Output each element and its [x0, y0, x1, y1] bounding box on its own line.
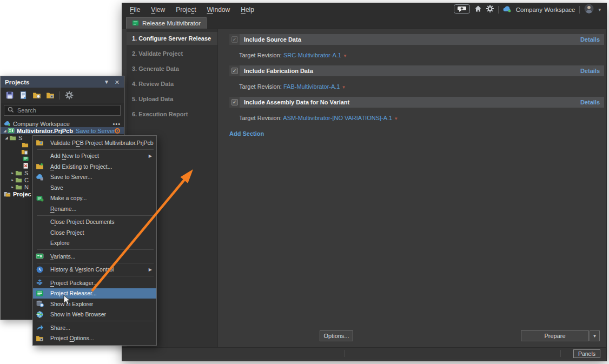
tree-item-label: S	[24, 170, 28, 176]
releaser-tab-icon	[132, 19, 139, 28]
menu-separator	[37, 249, 154, 250]
releaser-step-4[interactable]: 4. Review Data	[127, 77, 217, 90]
search-input[interactable]	[17, 107, 104, 114]
workspace-cloud-icon	[503, 5, 512, 15]
add-section-link[interactable]: Add Section	[229, 130, 264, 137]
section-header-bar: ✓ Include Assembly Data for No Variant D…	[229, 97, 604, 108]
divider	[579, 6, 580, 14]
options-button[interactable]: Options...	[320, 330, 353, 341]
avatar-caret-icon[interactable]: ▾	[598, 7, 601, 12]
target-revision-label: Target Revision:	[239, 52, 282, 58]
tree-row[interactable]: ◢ Multivibrator.PrjPcbSave to Server	[1, 127, 124, 134]
folder-preview-icon[interactable]	[32, 91, 41, 100]
expander-icon[interactable]: ▸	[10, 178, 15, 182]
gear-icon[interactable]	[486, 5, 494, 15]
revision-caret-icon: ▼	[341, 85, 346, 90]
sync-status-icon[interactable]	[114, 127, 121, 134]
folder-green-icon	[15, 183, 23, 190]
context-menu-item-save[interactable]: Save	[33, 182, 156, 193]
section-title: Include Fabrication Data	[244, 68, 313, 74]
releaser-step-6[interactable]: 6. Execution Report	[127, 108, 217, 121]
context-menu-item-add-new-to-project[interactable]: Add New to Project ▶	[33, 151, 156, 162]
context-menu-item-validate-pcb-project-multivibrator-prjpcb[interactable]: Validate PCB Project Multivibrator.PrjPc…	[33, 137, 156, 148]
target-revision-label: Target Revision:	[239, 83, 282, 90]
section-checkbox[interactable]: ✓	[231, 36, 238, 43]
context-menu-item-project-releaser[interactable]: Project Releaser...	[33, 288, 156, 299]
target-revision-value[interactable]: SRC-Multivibrator-A.1	[283, 52, 341, 58]
section-header-bar: ✓ Include Fabrication Data Details	[229, 65, 604, 76]
menu-project[interactable]: Project	[170, 3, 201, 16]
no-icon	[36, 218, 47, 226]
context-menu-item-history-version-control[interactable]: History & Version Control ▶	[33, 264, 156, 275]
home-icon[interactable]	[474, 5, 482, 15]
panel-close-icon[interactable]: ✕	[115, 80, 120, 85]
releaser-step-5[interactable]: 5. Upload Data	[127, 92, 217, 105]
search-icon	[8, 105, 14, 115]
section-checkbox[interactable]: ✓	[231, 99, 238, 105]
projects-panel-title: Projects	[5, 79, 29, 85]
settings-gear-icon[interactable]	[65, 91, 74, 100]
releaser-step-2[interactable]: 2. Validate Project	[127, 47, 217, 60]
schematic-red-icon	[22, 162, 30, 169]
context-menu-item-project-options[interactable]: Project Options...	[33, 333, 156, 344]
details-link[interactable]: Details	[580, 99, 600, 105]
revision-caret-icon: ▼	[394, 116, 398, 121]
altium-main-window: FileViewProjectWindowHelp Company Worksp…	[122, 3, 607, 361]
target-revision-label: Target Revision:	[239, 115, 282, 121]
expander-icon[interactable]: ◢	[2, 129, 8, 133]
details-link[interactable]: Details	[580, 68, 600, 74]
db-search-icon	[36, 300, 47, 308]
context-menu-item-show-in-explorer[interactable]: Show in Explorer	[33, 299, 156, 309]
folder-validate-icon	[36, 138, 47, 147]
panel-menu-caret-icon[interactable]: ▼	[104, 80, 109, 85]
save-icon[interactable]	[5, 91, 14, 100]
releaser-step-3[interactable]: 3. Generate Data	[127, 62, 217, 75]
tree-item-label: Multivibrator.PrjPcb	[17, 128, 73, 134]
status-divider	[344, 350, 345, 357]
menu-separator	[37, 215, 154, 216]
tree-row[interactable]: Company Workspace•••	[1, 120, 124, 127]
tab-release-multivibrator[interactable]: Release Multivibrator	[126, 17, 207, 29]
expander-icon[interactable]: ◢	[4, 136, 9, 140]
user-avatar[interactable]	[584, 4, 594, 16]
context-menu-item-show-in-web-browser[interactable]: Show in Web Browser	[33, 309, 156, 320]
context-menu-item-project-packager[interactable]: Project Packager...	[33, 277, 156, 288]
workspace-label[interactable]: Company Workspace	[516, 6, 575, 13]
expander-icon[interactable]: ▸	[10, 171, 15, 175]
feedback-button[interactable]	[454, 4, 470, 16]
tree-item-label: S	[18, 135, 22, 141]
history-clock-icon	[36, 266, 47, 274]
status-divider	[560, 350, 561, 357]
menu-help[interactable]: Help	[235, 3, 260, 16]
context-menu-item-explore[interactable]: Explore	[33, 238, 156, 249]
context-menu-item-add-existing-to-project[interactable]: Add Existing to Project...	[33, 161, 156, 172]
context-menu-item-rename[interactable]: Rename...	[33, 203, 156, 214]
panels-button[interactable]: Panels	[573, 349, 600, 358]
folder-green-icon	[15, 169, 23, 176]
no-icon	[36, 152, 47, 160]
divider	[59, 91, 60, 100]
prepare-dropdown-button[interactable]: ▼	[590, 330, 600, 341]
details-link[interactable]: Details	[580, 36, 600, 43]
context-menu-item-make-a-copy[interactable]: Make a copy...	[33, 193, 156, 204]
target-revision-value[interactable]: FAB-Multivibrator-A.1	[283, 83, 340, 90]
more-options-icon[interactable]: •••	[112, 120, 121, 127]
variants-icon	[36, 252, 47, 260]
screenshot-page: FileViewProjectWindowHelp Company Worksp…	[0, 0, 609, 364]
open-document-icon[interactable]	[19, 91, 28, 100]
folder-settings-icon[interactable]	[46, 91, 55, 100]
menu-window[interactable]: Window	[202, 3, 236, 16]
menu-view[interactable]: View	[145, 3, 170, 16]
context-menu-item-close-project[interactable]: Close Project	[33, 227, 156, 238]
context-menu-item-close-project-documents[interactable]: Close Project Documents	[33, 217, 156, 228]
section-checkbox[interactable]: ✓	[231, 68, 238, 74]
context-menu-item-share[interactable]: Share...	[33, 322, 156, 333]
target-revision-value[interactable]: ASM-Multivibrator-[NO VARIATIONS]-A.1	[283, 115, 392, 121]
context-menu-item-save-to-server[interactable]: Save to Server...	[33, 172, 156, 183]
releaser-step-1[interactable]: 1. Configure Server Release	[127, 32, 217, 45]
save-to-server-link[interactable]: Save to Server	[76, 128, 115, 134]
menu-file[interactable]: File	[124, 3, 145, 16]
context-menu-item-variants[interactable]: Variants...	[33, 251, 156, 262]
expander-icon[interactable]: ▸	[10, 185, 15, 189]
prepare-button[interactable]: Prepare	[521, 330, 589, 341]
